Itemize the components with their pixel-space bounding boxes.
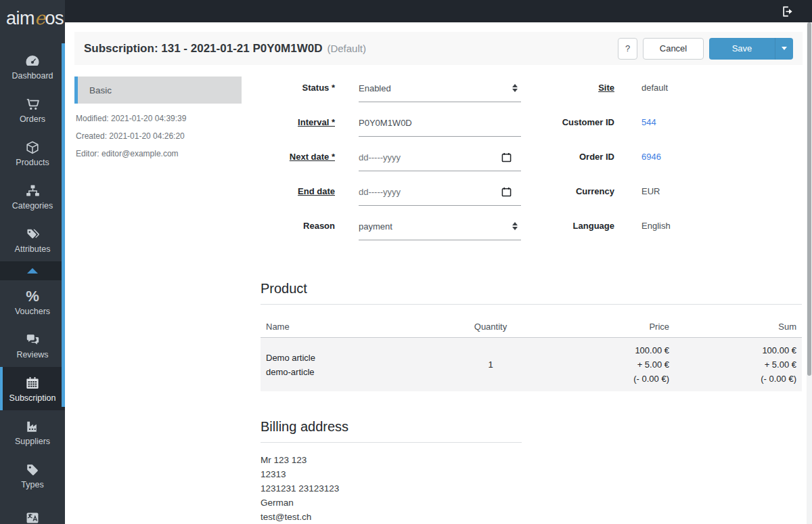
language-label: Language [535,219,614,233]
sidebar-item-label: Attributes [15,244,51,254]
sidebar-item-label: Suppliers [15,437,50,446]
cart-icon [25,96,41,112]
calendar-icon [25,375,40,391]
billing-address: Mr 123 123 12313 1231231 23123123 German… [261,453,522,524]
next-date-input[interactable]: dd-----yyyy [359,144,521,171]
site-label: Site [535,81,614,95]
page-header: Subscription: 131 - 2021-01-21 P0Y0M1W0D… [74,32,803,65]
chevron-down-icon [782,47,787,50]
end-date-input[interactable]: dd-----yyyy [359,178,521,206]
sidebar-nav: Dashboard Orders Products Categories [0,45,65,524]
language-value: English [641,219,671,233]
billing-section-title: Billing address [261,419,522,443]
vertical-scrollbar[interactable] [807,22,812,524]
sidebar-item-suppliers[interactable]: Suppliers [0,410,65,454]
sidebar-item-subscription[interactable]: Subscription [0,367,65,410]
reason-value: payment [359,221,512,232]
tab-basic[interactable]: Basic [74,77,242,104]
column-header-name: Name [261,316,434,338]
save-split-button: Save [709,38,793,60]
end-date-label: End date [261,185,335,198]
record-meta: Modified: 2021-01-20 04:39:39 Created: 2… [76,112,186,165]
order-id-link[interactable]: 6946 [641,150,661,164]
box-icon [25,139,40,156]
status-label: Status * [261,81,335,95]
sum-line: 100.00 € [680,343,796,357]
status-value: Enabled [359,83,512,93]
order-id-label: Order ID [535,150,614,164]
logo-text: aim [6,8,35,28]
cancel-button[interactable]: Cancel [643,38,704,60]
aimeos-admin-window: aimeos Dashboard Orders Products [0,0,812,524]
help-button[interactable]: ? [618,38,637,60]
chevron-up-icon [27,268,38,274]
currency-value: EUR [641,185,660,198]
end-date-placeholder: dd-----yyyy [359,187,501,197]
product-quantity: 1 [434,338,547,392]
interval-input[interactable]: P0Y0M1W0D [359,109,521,137]
sidebar-item-translations[interactable] [0,497,65,524]
reason-label: Reason [261,219,335,233]
next-date-label: Next date * [261,150,335,164]
select-caret-icon [512,84,518,92]
logo-text: os [45,8,64,28]
site-value: default [641,81,668,95]
logout-icon[interactable] [781,5,794,18]
save-button[interactable]: Save [709,38,775,60]
sidebar: aimeos Dashboard Orders Products [0,0,65,524]
sidebar-item-label: Products [16,158,49,167]
sidebar-item-orders[interactable]: Orders [0,88,65,131]
interval-label: Interval * [261,116,335,129]
sidebar-item-attributes[interactable]: Attributes [0,218,65,261]
sidebar-collapse-button[interactable] [0,261,65,280]
sidebar-scrollbar-thumb[interactable] [62,43,65,407]
product-table: Name Quantity Price Sum Demo article dem… [261,316,802,391]
product-name: Demo article [266,351,428,365]
sidebar-item-label: Subscription [9,393,56,403]
meta-created: Created: 2021-01-20 04:26:20 [76,129,186,147]
meta-modified: Modified: 2021-01-20 04:39:39 [76,112,186,129]
price-line: (- 0.00 €) [553,372,669,386]
status-select[interactable]: Enabled [359,74,521,102]
tags-icon [25,226,41,242]
aimeos-logo[interactable]: aimeos [6,7,64,29]
customer-id-label: Customer ID [535,116,614,129]
currency-label: Currency [535,185,614,198]
sidebar-item-dashboard[interactable]: Dashboard [0,45,65,88]
sidebar-item-vouchers[interactable]: % Vouchers [0,280,65,324]
price-line: + 5.00 € [553,357,669,372]
interval-value: P0Y0M1W0D [359,118,521,128]
column-header-price: Price [547,316,675,338]
table-row: Demo article demo-article 1 100.00 € + 5… [261,338,802,392]
sidebar-item-products[interactable]: Products [0,131,65,175]
comments-icon [25,332,41,348]
subscription-form: Status * Enabled Interval * P0Y0M1W0D Ne… [261,74,524,247]
language-icon [25,510,40,524]
save-dropdown-button[interactable] [775,38,793,60]
customer-id-link[interactable]: 544 [641,116,656,129]
scrollbar-thumb[interactable] [807,22,811,376]
sidebar-item-label: Orders [20,114,45,124]
price-line: 100.00 € [553,343,669,357]
sum-line: + 5.00 € [680,357,796,372]
sidebar-item-categories[interactable]: Categories [0,175,65,218]
sidebar-item-label: Dashboard [12,71,53,81]
sidebar-item-types[interactable]: Types [0,454,65,497]
sum-line: (- 0.00 €) [680,372,796,386]
sidebar-item-label: Vouchers [15,307,50,316]
top-bar [0,0,812,22]
address-line: Mr 123 123 [261,453,522,467]
tag-icon [25,462,40,478]
sidebar-item-reviews[interactable]: Reviews [0,324,65,367]
reason-select[interactable]: payment [359,213,521,240]
calendar-picker-icon[interactable] [501,187,512,197]
address-line: 1231231 23123123 [261,481,522,496]
product-section-title: Product [261,281,802,305]
subscription-info: Site default Customer ID 544 Order ID 69… [535,74,805,247]
page-title: Subscription: 131 - 2021-01-21 P0Y0M1W0D [84,42,322,56]
calendar-picker-icon[interactable] [501,152,512,162]
sidebar-item-label: Reviews [16,350,48,359]
address-line: 12313 [261,467,522,481]
column-header-quantity: Quantity [434,316,547,338]
next-date-placeholder: dd-----yyyy [359,152,501,162]
